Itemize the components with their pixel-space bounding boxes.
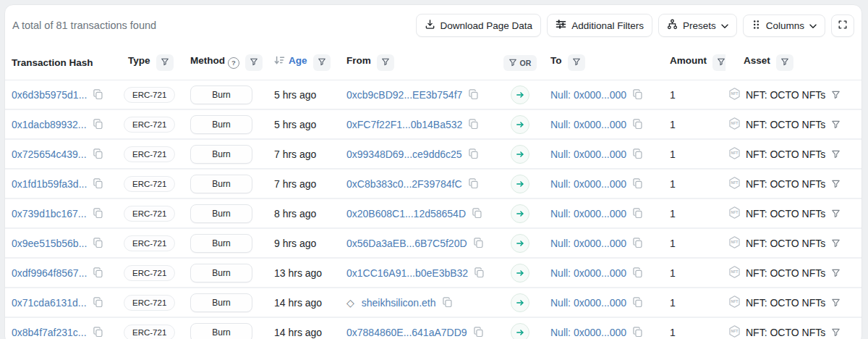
method-button[interactable]: Burn bbox=[190, 323, 252, 339]
asset-row-filter-icon[interactable] bbox=[831, 120, 841, 129]
from-address-link[interactable]: 0xC8b383c0...2F39784fC bbox=[346, 178, 462, 190]
method-button[interactable]: Burn bbox=[190, 115, 252, 134]
copy-to-address-button[interactable] bbox=[632, 208, 643, 219]
from-address-link[interactable]: 0xFC7f22F1...0b14Ba532 bbox=[346, 119, 462, 130]
copy-hash-button[interactable] bbox=[93, 89, 103, 100]
transaction-row: 0x1fd1b59fa3d... ERC-721 Burn 7 hrs ago … bbox=[5, 170, 861, 199]
asset-row-filter-icon[interactable] bbox=[831, 179, 841, 188]
copy-from-address-button[interactable] bbox=[442, 297, 453, 308]
copy-to-address-button[interactable] bbox=[632, 148, 643, 159]
svg-text:NFT: NFT bbox=[731, 240, 739, 244]
method-filter-button[interactable] bbox=[245, 54, 263, 71]
copy-to-address-button[interactable] bbox=[632, 119, 643, 130]
copy-hash-button[interactable] bbox=[93, 178, 103, 189]
copy-hash-button[interactable] bbox=[93, 148, 103, 159]
from-address-link[interactable]: 0x20B608C1...12d58654D bbox=[346, 208, 466, 219]
asset-row-filter-icon[interactable] bbox=[831, 298, 841, 307]
transaction-hash-link[interactable]: 0x71cda6131d... bbox=[12, 297, 87, 309]
fullscreen-button[interactable] bbox=[831, 14, 854, 37]
copy-hash-button[interactable] bbox=[93, 267, 103, 278]
to-address-link[interactable]: Null: 0x000...000 bbox=[550, 89, 626, 101]
from-filter-button[interactable] bbox=[377, 54, 394, 71]
method-help-icon[interactable]: ? bbox=[228, 57, 239, 69]
to-address-link[interactable]: Null: 0x000...000 bbox=[550, 148, 626, 160]
presets-button[interactable]: Presets bbox=[658, 14, 737, 37]
to-address-link[interactable]: Null: 0x000...000 bbox=[550, 238, 626, 249]
svg-text:NFT: NFT bbox=[731, 210, 739, 214]
to-address-link[interactable]: Null: 0x000...000 bbox=[550, 119, 626, 130]
asset-row-filter-icon[interactable] bbox=[831, 90, 841, 99]
columns-button[interactable]: Columns bbox=[743, 14, 825, 37]
copy-to-address-button[interactable] bbox=[632, 297, 643, 308]
chevron-down-icon bbox=[721, 20, 728, 31]
to-address-link[interactable]: Null: 0x000...000 bbox=[550, 178, 626, 190]
copy-hash-button[interactable] bbox=[93, 327, 103, 338]
to-address-link[interactable]: Null: 0x000...000 bbox=[550, 267, 626, 279]
to-address-link[interactable]: Null: 0x000...000 bbox=[550, 297, 626, 309]
transaction-hash-link[interactable]: 0x9ee515b56b... bbox=[12, 238, 87, 249]
copy-to-address-button[interactable] bbox=[632, 178, 643, 189]
copy-from-address-button[interactable] bbox=[473, 327, 484, 338]
asset-filter-button[interactable] bbox=[776, 54, 793, 71]
method-button[interactable]: Burn bbox=[190, 145, 252, 164]
method-button[interactable]: Burn bbox=[190, 234, 252, 253]
copy-to-address-button[interactable] bbox=[632, 327, 643, 338]
age-filter-button[interactable] bbox=[313, 54, 331, 71]
download-page-data-button[interactable]: Download Page Data bbox=[416, 14, 542, 37]
additional-filters-button[interactable]: Additional Filters bbox=[547, 14, 652, 37]
method-button[interactable]: Burn bbox=[190, 204, 252, 223]
transaction-hash-link[interactable]: 0x739d1bc167... bbox=[12, 208, 87, 219]
copy-from-address-button[interactable] bbox=[473, 238, 484, 248]
to-address-link[interactable]: Null: 0x000...000 bbox=[550, 208, 626, 219]
asset-row-filter-icon[interactable] bbox=[831, 209, 841, 218]
transaction-hash-link[interactable]: 0x725654c439... bbox=[12, 148, 87, 160]
transaction-hash-link[interactable]: 0x1fd1b59fa3d... bbox=[12, 178, 87, 190]
method-button[interactable]: Burn bbox=[190, 293, 252, 312]
type-badge: ERC-721 bbox=[124, 235, 175, 251]
copy-hash-button[interactable] bbox=[93, 238, 103, 248]
copy-from-address-button[interactable] bbox=[468, 178, 479, 189]
transaction-hash-link[interactable]: 0x8b4f7af231c... bbox=[12, 327, 87, 338]
copy-from-address-button[interactable] bbox=[468, 89, 479, 100]
nft-hexagon-icon: NFT bbox=[728, 176, 741, 192]
from-address-link[interactable]: 0x99348D69...ce9dd6c25 bbox=[346, 148, 462, 160]
from-address-link[interactable]: 0x7884860E...641aA7DD9 bbox=[346, 327, 467, 338]
copy-from-address-button[interactable] bbox=[474, 267, 485, 278]
or-filter-toggle[interactable]: OR bbox=[503, 55, 536, 71]
age-value: 7 hrs ago bbox=[274, 178, 316, 190]
copy-to-address-button[interactable] bbox=[632, 89, 643, 100]
method-button[interactable]: Burn bbox=[190, 85, 252, 104]
method-button[interactable]: Burn bbox=[190, 175, 252, 193]
transaction-hash-link[interactable]: 0xdf9964f8567... bbox=[12, 267, 87, 279]
amount-filter-button[interactable] bbox=[712, 54, 726, 71]
from-address-link[interactable]: 0x1CC16A91...b0eE3bB32 bbox=[346, 267, 468, 279]
copy-from-address-button[interactable] bbox=[468, 148, 479, 159]
copy-hash-button[interactable] bbox=[93, 297, 103, 308]
from-address-link[interactable]: 0xcb9cBD92...EE3b754f7 bbox=[346, 89, 462, 101]
from-address-link[interactable]: sheikhsilicon.eth bbox=[362, 297, 436, 309]
nft-hexagon-icon: NFT bbox=[728, 117, 741, 133]
copy-from-address-button[interactable] bbox=[472, 208, 482, 219]
asset-row-filter-icon[interactable] bbox=[831, 149, 841, 159]
copy-hash-button[interactable] bbox=[93, 208, 103, 219]
method-button[interactable]: Burn bbox=[190, 264, 252, 282]
age-sort-link[interactable]: Age bbox=[289, 55, 307, 66]
copy-hash-button[interactable] bbox=[93, 119, 103, 130]
asset-label: NFT: OCTO NFTs bbox=[746, 297, 825, 309]
transaction-hash-link[interactable]: 0x1dacb89932... bbox=[12, 119, 87, 130]
copy-to-address-button[interactable] bbox=[632, 238, 643, 248]
from-address-link[interactable]: 0x56Da3aEB...6B7C5f20D bbox=[346, 238, 467, 249]
asset-row-filter-icon[interactable] bbox=[831, 268, 841, 277]
type-filter-button[interactable] bbox=[156, 54, 174, 71]
amount-value: 1 bbox=[670, 238, 676, 249]
to-filter-button[interactable] bbox=[568, 54, 585, 71]
sort-descending-icon[interactable] bbox=[274, 56, 285, 67]
transaction-row: 0x725654c439... ERC-721 Burn 7 hrs ago ◇… bbox=[5, 140, 861, 170]
to-address-link[interactable]: Null: 0x000...000 bbox=[550, 327, 626, 338]
asset-row-filter-icon[interactable] bbox=[831, 327, 841, 337]
column-header-type: Type bbox=[122, 43, 186, 80]
copy-from-address-button[interactable] bbox=[468, 119, 479, 130]
transaction-hash-link[interactable]: 0x6d3b5975d1... bbox=[12, 89, 87, 101]
copy-to-address-button[interactable] bbox=[632, 267, 643, 278]
asset-row-filter-icon[interactable] bbox=[831, 238, 841, 248]
